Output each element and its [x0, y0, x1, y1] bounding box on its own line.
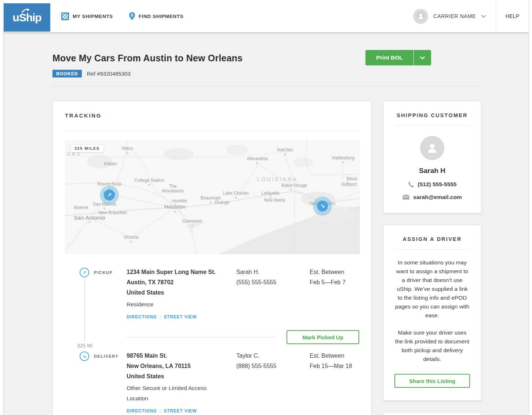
print-bol-dropdown-button[interactable] [413, 50, 431, 65]
nav-label: FIND SHIPMENTS [139, 14, 183, 19]
customer-email: sarah@email.com [413, 194, 462, 201]
map-city-dot [130, 241, 132, 243]
assign-driver-paragraph: In some situations you may want to assig… [394, 258, 470, 320]
person-icon [425, 141, 440, 155]
directions-link[interactable]: DIRECTIONS [127, 408, 157, 414]
map-city-label: Baton Rouge [281, 183, 307, 188]
chevron-down-icon [481, 15, 486, 18]
next-card-partial [383, 412, 481, 415]
delivery-arrow-icon: ↘ [317, 201, 328, 212]
stop-type-label: DELIVERY [94, 354, 119, 358]
street-view-link[interactable]: STREET VIEW [164, 314, 197, 320]
map-city-dot [104, 208, 106, 210]
address-line: Austin, TX 78702 [127, 277, 236, 288]
map-city-label: Boerne [74, 205, 88, 210]
nav-my-shipments[interactable]: MY SHIPMENTS [61, 12, 113, 20]
directions-link[interactable]: DIRECTIONS [127, 314, 157, 320]
map-city-label: Orange [215, 200, 229, 205]
status-badge: BOOKED [52, 70, 82, 77]
print-bol-split-button: Print BOL [365, 50, 431, 65]
map-city-dot [149, 184, 150, 186]
distance-label: 325 Mi [77, 341, 95, 350]
map-city-label: Natchez [277, 147, 293, 152]
divider [127, 337, 276, 338]
print-bol-button[interactable]: Print BOL [365, 50, 413, 65]
shipping-customer-card: SHIPPING CUSTOMER Sarah H [383, 101, 481, 213]
address-line: 98765 Main St. [127, 351, 236, 361]
assign-driver-card: ASSIGN A DRIVER In some situations you m… [383, 225, 481, 401]
map-city-label: Lake Charles [223, 191, 249, 196]
address-line: United States [127, 371, 236, 382]
customer-name: Sarah H [394, 167, 470, 175]
shipping-customer-heading: SHIPPING CUSTOMER [394, 112, 470, 118]
reference-number: Ref #9320485303 [87, 71, 131, 77]
map-city-label: Waco [122, 146, 133, 151]
map-city-dot [342, 162, 344, 163]
destination-map-marker[interactable]: ↘ [313, 196, 332, 216]
shipments-crate-icon [61, 12, 69, 20]
map-city-dot [89, 221, 91, 223]
est-label: Est. Between [310, 267, 359, 277]
est-dates: Feb 5—Feb 7 [310, 277, 359, 288]
user-account-menu[interactable]: CARRIER NAME [413, 9, 496, 24]
map-city-dot [284, 154, 286, 155]
svg-text:$: $ [131, 13, 133, 17]
mark-picked-up-button[interactable]: Mark Picked Up [287, 330, 359, 344]
pickup-arrow-icon: ↗ [104, 190, 115, 201]
person-icon [416, 11, 426, 21]
assign-driver-paragraph: Make sure your driver uses the link prov… [394, 328, 470, 364]
stop-type-label: PICKUP [94, 270, 113, 275]
contact-name: Sarah H. [236, 267, 310, 277]
pickup-stop-row: ↗ PICKUP 1234 Main Super Long Name St. A… [65, 267, 359, 322]
map-city-dot [210, 202, 212, 203]
map-city-label: College Station [134, 178, 164, 183]
share-listing-button[interactable]: Share this Listing [394, 374, 470, 388]
nav-find-shipments[interactable]: $ FIND SHIPMENTS [129, 12, 183, 20]
map-city-dot [256, 162, 258, 164]
map-city-dot [192, 225, 193, 227]
address-line: New Orleans, LA 70115 [127, 361, 236, 371]
find-pin-icon: $ [129, 12, 135, 20]
address-line: United States [127, 288, 236, 298]
tracking-card: TRACKING [52, 101, 372, 415]
map-city-dot [127, 152, 128, 154]
map-city-label: Humble [172, 198, 187, 203]
user-avatar [413, 9, 428, 24]
help-link[interactable]: HELP [496, 0, 529, 32]
map-city-label: Galveston [182, 219, 202, 224]
map-city-label: Hattiesburg [332, 155, 354, 160]
map-city-label: Alexandria [247, 156, 268, 161]
location-type: Other Secure or Limited Access Location [127, 383, 215, 404]
address-line: 1234 Main Super Long Name St. [127, 267, 236, 277]
nav-label: MY SHIPMENTS [73, 14, 113, 19]
chevron-down-icon [420, 56, 425, 59]
delivery-stop-row: ↘ DELIVERY 98765 Main St. New Orleans, L… [65, 351, 359, 415]
location-type: Residence [127, 299, 215, 310]
route-map[interactable]: 325 MILES ↗ ↘ TEXASLOUISIANAWacoKilleenR… [65, 140, 360, 254]
map-city-label: San Antonio [74, 214, 105, 221]
map-city-label: Victoria [124, 235, 138, 240]
map-city-label: Biloxi [347, 176, 357, 181]
uship-logo[interactable]: uShip [4, 3, 50, 32]
page: uShip MY SHIPMENTS [3, 0, 529, 415]
sidebar: SHIPPING CUSTOMER Sarah H [383, 101, 481, 415]
contact-phone: (555) 555-5555 [236, 277, 310, 288]
pickup-stop-icon: ↗ [80, 268, 89, 277]
tracking-heading: TRACKING [65, 112, 359, 119]
origin-map-marker[interactable]: ↗ [100, 185, 119, 205]
map-city-label: LOUISIANA [257, 176, 298, 182]
est-label: Est. Between [310, 351, 359, 361]
map-city-label: The Woodlands [158, 184, 187, 194]
map-city-dot [235, 197, 237, 199]
email-icon [402, 195, 409, 200]
map-city-label: Lafayette [261, 191, 279, 196]
customer-phone: (512) 555-5555 [418, 181, 457, 188]
stops-timeline: 325 Mi ↗ PICKUP 1234 Main Super Long Nam… [65, 254, 359, 415]
street-view-link[interactable]: STREET VIEW [164, 408, 197, 414]
map-city-dot [290, 189, 292, 191]
phone-icon [408, 181, 414, 188]
top-navbar: uShip MY SHIPMENTS [3, 0, 529, 33]
user-name: CARRIER NAME [433, 13, 476, 19]
main-nav: MY SHIPMENTS $ FIND SHIPMENTS [61, 12, 183, 20]
map-scale-badge: 325 MILES [70, 144, 104, 152]
